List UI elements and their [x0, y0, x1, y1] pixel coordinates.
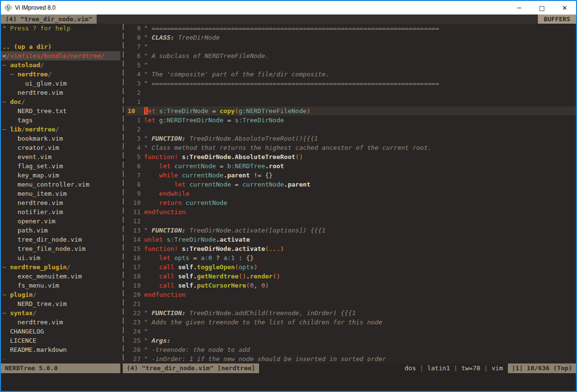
code-line[interactable]: 3" FUNCTION: TreeDirNode.AbsoluteTreeRoo… [126, 134, 576, 143]
code-line[interactable]: 22" FUNCTION: TreeDirNode.addChild(treen… [126, 308, 576, 318]
window-split-separator[interactable] [120, 24, 126, 363]
nerdtree-item[interactable]: nerdtree.vim [2, 88, 120, 97]
line-number: 21 [126, 299, 144, 308]
nerdtree-item[interactable]: key_map.vim [2, 171, 120, 180]
code-line[interactable]: 27" -inOrder: 1 if the new node should b… [126, 354, 576, 363]
text-segment: g:NERDTreeDirNode [159, 116, 223, 124]
nerdtree-item[interactable]: notifier.vim [2, 207, 120, 217]
tab-tree-dir-node[interactable]: (4) "tree_dir_node.vim" [1, 15, 97, 24]
nerdtree-item[interactable]: ~ syntax/ [2, 308, 120, 318]
nerdtree-item[interactable]: flag_set.vim [2, 161, 120, 171]
code-line-cursor[interactable]: 10let s:TreeDirNode = copy(g:NERDTreeFil… [126, 106, 576, 116]
nerdtree-item[interactable]: LICENCE [2, 336, 120, 345]
close-button[interactable]: ✕ [553, 1, 576, 15]
nerdtree-item[interactable]: ~ [2, 354, 120, 363]
nerdtree-item[interactable]: tree_dir_node.vim [2, 235, 120, 244]
nerdtree-item[interactable]: ~ autoload/ [2, 60, 120, 70]
code-line[interactable]: 5" [126, 60, 576, 70]
code-line[interactable]: 17 call self.toggleOpen(opts) [126, 262, 576, 272]
code-line[interactable]: 23" Adds the given treenode to the list … [126, 318, 576, 327]
nerdtree-item[interactable]: menu_controller.vim [2, 180, 120, 189]
nerdtree-item[interactable]: ~ doc/ [2, 97, 120, 106]
nerdtree-item[interactable]: ~ lib/nerdtree/ [2, 125, 120, 134]
code-line[interactable]: 13" FUNCTION: TreeDirNode.activate([opti… [126, 226, 576, 235]
nerdtree-item[interactable]: exec_menuitem.vim [2, 272, 120, 281]
nerdtree-item[interactable]: ~ nerdtree/ [2, 70, 120, 79]
nerdtree-item[interactable]: nerdtree.vim [2, 198, 120, 207]
nerdtree-item[interactable]: event.vim [2, 152, 120, 161]
text-segment: / [33, 291, 37, 298]
code-line[interactable]: 9 endwhile [126, 189, 576, 198]
nerdtree-item[interactable]: bookmark.vim [2, 134, 120, 143]
nerdtree-item[interactable]: menu_item.vim [2, 189, 120, 198]
nerdtree-item[interactable]: tree_file_node.vim [2, 244, 120, 253]
code-text: " Adds the given treenode to the list of… [144, 318, 382, 327]
maximize-button[interactable]: □ [531, 1, 553, 15]
code-line[interactable]: 15function! s:TreeDirNode.activate(...) [126, 244, 576, 253]
text-segment: FUNCTION: [152, 309, 186, 317]
text-segment [144, 282, 159, 289]
code-line[interactable]: 12 [126, 217, 576, 226]
nerdtree-item[interactable]: ui.vim [2, 253, 120, 262]
text-segment: ~ [2, 309, 10, 317]
line-number: 19 [126, 281, 144, 290]
nerdtree-item[interactable]: path.vim [2, 226, 120, 235]
nerdtree-item[interactable]: ~ nerdtree_plugin/ [2, 262, 120, 272]
code-line[interactable]: 18 call self.getNerdtree().render() [126, 272, 576, 281]
code-line[interactable]: 2 [126, 125, 576, 134]
command-line[interactable] [1, 373, 576, 391]
nerdtree-item[interactable]: CHANGELOG [2, 327, 120, 336]
code-line[interactable]: 3" =====================================… [126, 79, 576, 88]
line-number: 8 [126, 180, 144, 189]
code-line[interactable]: 25" Args: [126, 336, 576, 345]
text-segment [2, 236, 17, 243]
nerdtree-item[interactable]: " Press ? for help [2, 24, 120, 33]
code-line[interactable]: 2 [126, 88, 576, 97]
code-line[interactable]: 7" [126, 42, 576, 51]
nerdtree-item[interactable]: nerdtree.vim [2, 318, 120, 327]
nerdtree-item[interactable]: ~ plugin/ [2, 290, 120, 299]
code-line[interactable]: 6 let currentNode = b:NERDTree.root [126, 161, 576, 171]
nerdtree-item[interactable] [2, 33, 120, 42]
code-line[interactable]: 4" The 'composite' part of the file/dir … [126, 70, 576, 79]
code-line[interactable]: 1let g:NERDTreeDirNode = s:TreeDirNode [126, 116, 576, 125]
code-line[interactable]: 6" A subclass of NERDTreeFileNode. [126, 51, 576, 60]
text-segment [171, 162, 174, 170]
text-segment: creator.vim [17, 144, 59, 151]
code-line[interactable]: 26" -treenode: the node to add [126, 345, 576, 354]
code-line[interactable]: 10 return currentNode [126, 198, 576, 207]
code-text: return currentNode [144, 198, 227, 207]
code-line[interactable]: 24" [126, 327, 576, 336]
code-text: function! s:TreeDirNode.activate(...) [144, 244, 284, 253]
code-line[interactable]: 14unlet s:TreeDirNode.activate [126, 235, 576, 244]
nerdtree-item[interactable]: fs_menu.vim [2, 281, 120, 290]
code-line[interactable]: 8" CLASS: TreeDirNode [126, 33, 576, 42]
code-line[interactable]: 20endfunction [126, 290, 576, 299]
nerdtree-item[interactable]: ui_glue.vim [2, 79, 120, 88]
nerdtree-item[interactable]: creator.vim [2, 143, 120, 152]
text-segment: " The 'composite' part of the file/dir c… [144, 71, 330, 78]
nerdtree-item[interactable]: NERD_tree.txt [2, 106, 120, 116]
code-line[interactable]: 5function! s:TreeDirNode.AbsoluteTreeRoo… [126, 152, 576, 161]
code-line[interactable]: 21 [126, 299, 576, 308]
minimize-button[interactable]: ─ [508, 1, 531, 15]
nerdtree-item[interactable]: tags [2, 116, 120, 125]
nerdtree-statusline: NERDTree 5.0.0 [1, 363, 120, 373]
vim-window: V Vi IMproved 8.0 ─ □ ✕ (4) "tree_dir_no… [0, 0, 577, 392]
text-segment: ( [235, 263, 239, 271]
nerdtree-item[interactable]: opener.vim [2, 217, 120, 226]
text-segment: while [159, 172, 178, 179]
code-line[interactable]: 8 let currentNode = currentNode.parent [126, 180, 576, 189]
code-line[interactable]: 11endfunction [126, 207, 576, 217]
code-line[interactable]: 1 [126, 97, 576, 106]
code-line[interactable]: 19 call self.putCursorHere(0, 0) [126, 281, 576, 290]
nerdtree-item[interactable]: .. (up a dir) [2, 42, 120, 51]
code-line[interactable]: 16 let opts = a:0 ? a:1 : {} [126, 253, 576, 262]
nerdtree-root-path[interactable]: </vimfiles/bundle/nerdtree/ [1, 51, 120, 60]
code-text: " [144, 60, 148, 70]
code-line[interactable]: 4" Class method that returns the highest… [126, 143, 576, 152]
code-line[interactable]: 7 while currentNode.parent != {} [126, 171, 576, 180]
nerdtree-item[interactable]: README.markdown [2, 345, 120, 354]
code-line[interactable]: 9" =====================================… [126, 24, 576, 33]
nerdtree-item[interactable]: NERD_tree.vim [2, 299, 120, 308]
